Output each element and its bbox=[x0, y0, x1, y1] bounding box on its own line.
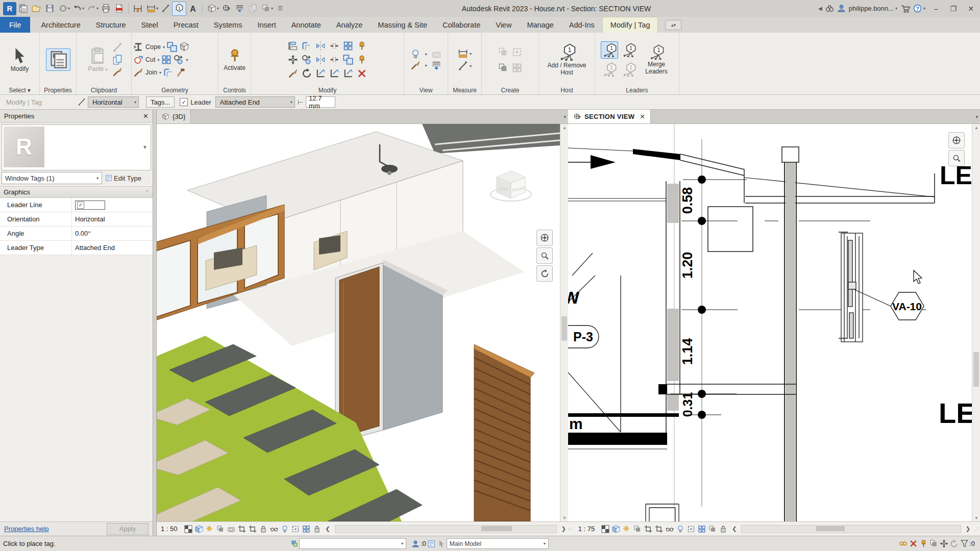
dimension-value[interactable]: 0.31 bbox=[680, 392, 695, 417]
sun-path-off-icon[interactable] bbox=[623, 525, 631, 533]
tab-section-view[interactable]: SECTION VIEW ✕ bbox=[568, 110, 651, 123]
select-by-face-icon[interactable] bbox=[928, 539, 939, 549]
trim-extend-icon[interactable] bbox=[315, 68, 326, 79]
tab-collaborate[interactable]: Collaborate bbox=[435, 17, 488, 33]
displacement-icon[interactable] bbox=[302, 525, 310, 533]
hscroll-thumb[interactable] bbox=[481, 526, 512, 531]
join-row[interactable]: Join▾ bbox=[133, 66, 186, 79]
type-selector[interactable]: R ▼ bbox=[2, 124, 151, 170]
dimension-dropdown[interactable]: ▾ bbox=[156, 6, 158, 11]
section-tab-menu-icon[interactable]: ▾ bbox=[975, 114, 978, 119]
temporary-hide-icon[interactable] bbox=[410, 49, 421, 59]
view-3d-canvas[interactable]: LEFT FRONT bbox=[157, 124, 560, 521]
array-icon[interactable] bbox=[343, 41, 353, 51]
dimension-value[interactable]: 1.14 bbox=[680, 338, 695, 365]
help-icon[interactable] bbox=[913, 4, 922, 13]
remove-leader-button[interactable] bbox=[620, 41, 638, 59]
worksets-icon[interactable] bbox=[289, 539, 299, 549]
print-icon[interactable] bbox=[99, 2, 112, 15]
tab-insert[interactable]: Insert bbox=[250, 17, 283, 33]
minimize-button[interactable]: – bbox=[929, 2, 943, 15]
text-icon[interactable] bbox=[186, 2, 200, 15]
tab-add-ins[interactable]: Add-Ins bbox=[561, 17, 602, 33]
steering-wheel-icon[interactable] bbox=[536, 230, 553, 246]
family-type-combobox[interactable]: Window Tags (1)▾ bbox=[2, 172, 102, 184]
tag-by-category-icon[interactable] bbox=[172, 2, 186, 16]
copy-icon[interactable] bbox=[302, 55, 312, 65]
door-tag-label[interactable]: P-3 bbox=[573, 330, 593, 344]
export-pdf-icon[interactable] bbox=[112, 2, 126, 15]
revit-logo[interactable]: R bbox=[3, 2, 16, 15]
customize-qat-icon[interactable]: ☰ bbox=[274, 2, 287, 15]
tab-manage[interactable]: Manage bbox=[519, 17, 561, 33]
ribbon-collapse-button[interactable]: ▴▾ bbox=[665, 20, 681, 30]
hscroll-left-icon[interactable]: ❮ bbox=[324, 525, 332, 532]
reveal-hidden-icon[interactable] bbox=[676, 525, 684, 533]
zoom-icon[interactable] bbox=[948, 150, 965, 166]
scale-icon[interactable] bbox=[343, 55, 353, 65]
property-value[interactable]: 0.00° bbox=[71, 227, 153, 240]
zoom-icon[interactable] bbox=[536, 247, 553, 264]
collapse-infocenter-icon[interactable]: ◀ bbox=[818, 6, 822, 11]
orbit-icon[interactable] bbox=[536, 265, 553, 282]
paint-modify-icon[interactable] bbox=[288, 68, 298, 79]
filter-icon[interactable] bbox=[959, 539, 969, 549]
worksharing-display-icon[interactable] bbox=[708, 525, 717, 533]
tab-view[interactable]: View bbox=[488, 17, 519, 33]
select-underlay-icon[interactable] bbox=[908, 539, 918, 549]
drag-on-selection-icon[interactable] bbox=[939, 539, 949, 549]
add-leader-button[interactable] bbox=[601, 41, 618, 59]
trim-multiple-icon[interactable] bbox=[343, 68, 353, 79]
tab-file[interactable]: File bbox=[0, 17, 30, 33]
view-scale[interactable]: 1 : 50 bbox=[161, 525, 178, 533]
unpin-icon[interactable] bbox=[357, 41, 367, 51]
detail-level-icon[interactable] bbox=[184, 525, 192, 533]
measure-icon[interactable] bbox=[159, 2, 172, 15]
properties-help-link[interactable]: Properties help bbox=[4, 525, 48, 533]
control-bar-grip[interactable]: ∷ bbox=[568, 527, 572, 532]
hscroll-thumb[interactable] bbox=[816, 526, 845, 531]
render-icon[interactable] bbox=[227, 525, 235, 533]
add-remove-host-button[interactable]: Add / Remove Host bbox=[541, 42, 593, 78]
scroll-down-icon[interactable]: ▼ bbox=[972, 514, 980, 521]
hscroll-right-icon[interactable]: ❯ bbox=[964, 525, 972, 532]
restore-button[interactable]: ❐ bbox=[946, 2, 961, 15]
view-scale[interactable]: 1 : 75 bbox=[578, 525, 595, 533]
dimension-value[interactable]: 0.58 bbox=[680, 187, 695, 214]
design-options-combobox[interactable]: Main Model▾ bbox=[447, 538, 549, 549]
account-icon[interactable] bbox=[837, 4, 846, 13]
visual-style-icon[interactable] bbox=[612, 525, 620, 533]
shadows-off-icon[interactable] bbox=[216, 525, 225, 533]
editable-only-icon[interactable] bbox=[410, 539, 421, 549]
split-with-gap-icon[interactable] bbox=[329, 55, 339, 65]
tab-systems[interactable]: Systems bbox=[206, 17, 250, 33]
temporary-view-properties-icon[interactable] bbox=[687, 525, 695, 533]
close-section-tab-icon[interactable]: ✕ bbox=[640, 113, 645, 120]
section-view-canvas[interactable]: 0.58 1.20 1.14 0.31 P-3 W m LE LE VA-10 bbox=[568, 124, 972, 521]
undo-dropdown[interactable]: ▾ bbox=[82, 6, 84, 11]
app-store-cart-icon[interactable] bbox=[901, 4, 910, 13]
window-tag-label[interactable]: VA-10 bbox=[892, 300, 922, 312]
tab-analyze[interactable]: Analyze bbox=[329, 17, 371, 33]
help-dropdown[interactable]: ▾ bbox=[923, 6, 925, 11]
delete-icon[interactable] bbox=[357, 68, 367, 79]
measure-between-refs-icon[interactable] bbox=[458, 48, 468, 59]
beam-join-icon[interactable] bbox=[179, 42, 189, 52]
search-icon[interactable] bbox=[825, 4, 834, 13]
scroll-up-icon[interactable]: ▲ bbox=[972, 124, 980, 131]
sun-path-off-icon[interactable] bbox=[206, 525, 214, 533]
palette-splitter[interactable] bbox=[153, 110, 157, 536]
view-lock-icon[interactable] bbox=[719, 525, 727, 533]
view-3d-hscrollbar[interactable] bbox=[335, 525, 557, 533]
move-icon[interactable] bbox=[288, 55, 298, 65]
scroll-thumb[interactable] bbox=[561, 316, 567, 341]
scroll-down-icon[interactable]: ▼ bbox=[560, 514, 569, 521]
tab-3d-view[interactable]: {3D} bbox=[157, 110, 191, 123]
leader-checkbox[interactable]: ✓ bbox=[180, 98, 188, 106]
override-graphics-icon[interactable] bbox=[410, 60, 421, 70]
signed-in-user[interactable]: philippe.bonn... bbox=[849, 5, 894, 12]
leader-line-checkbox-cell[interactable]: ✓ bbox=[75, 201, 105, 210]
tab-annotate[interactable]: Annotate bbox=[284, 17, 329, 33]
hscroll-right-icon[interactable]: ❯ bbox=[559, 525, 568, 532]
scroll-thumb[interactable] bbox=[973, 352, 979, 387]
